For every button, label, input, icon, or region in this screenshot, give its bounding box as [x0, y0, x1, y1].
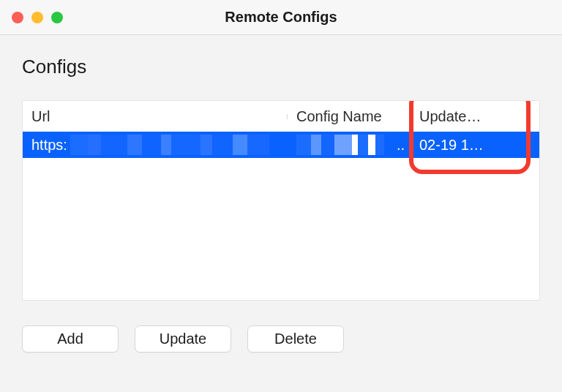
column-header-config-name[interactable]: Config Name — [288, 108, 411, 125]
close-window-icon[interactable] — [12, 12, 23, 23]
buttons-row: Add Update Delete — [22, 325, 540, 353]
content-area: Configs Url Config Name Update… https: — [0, 35, 562, 353]
cell-config-name: .. — [288, 135, 411, 155]
cell-url: https: — [23, 135, 288, 155]
configs-table: Url Config Name Update… https: — [22, 100, 540, 301]
add-button[interactable]: Add — [22, 325, 119, 353]
update-button[interactable]: Update — [135, 325, 231, 353]
maximize-window-icon[interactable] — [51, 12, 63, 23]
section-header: Configs — [22, 56, 540, 78]
column-header-url[interactable]: Url — [23, 108, 288, 125]
window-titlebar: Remote Configs — [0, 0, 562, 35]
minimize-window-icon[interactable] — [31, 12, 43, 23]
table-body: https: — [23, 132, 539, 158]
delete-button[interactable]: Delete — [247, 325, 344, 353]
table-header-row: Url Config Name Update… — [23, 101, 539, 132]
window-title: Remote Configs — [12, 9, 550, 26]
table-row[interactable]: https: — [23, 132, 539, 158]
url-prefix-text: https: — [31, 137, 67, 154]
traffic-lights — [12, 12, 63, 23]
redacted-url-icon — [70, 135, 279, 155]
redacted-config-name-icon — [296, 135, 402, 155]
cell-update: 02-19 1… — [411, 137, 535, 154]
column-header-update[interactable]: Update… — [411, 108, 535, 125]
cell-config-name-ellipsis: .. — [397, 137, 405, 154]
